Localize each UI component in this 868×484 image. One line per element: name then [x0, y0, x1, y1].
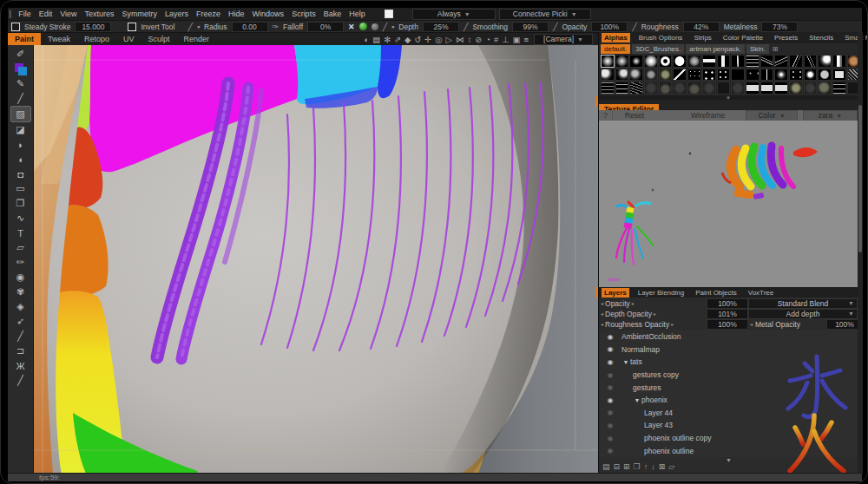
alpha-brush-flat[interactable] [804, 82, 818, 95]
layer-opacity-value[interactable]: 100% [707, 298, 748, 309]
layer-visibility-eye-icon[interactable]: ◉ [606, 371, 615, 379]
alpha-brush-rect[interactable] [760, 82, 774, 95]
opacity-value[interactable]: 100% [591, 22, 628, 32]
alpha-brush-vbar[interactable] [717, 55, 731, 68]
menu-item-layers[interactable]: Layers [165, 10, 188, 18]
menu-item-help[interactable]: Help [349, 10, 365, 18]
layer-visibility-eye-icon[interactable]: ◉ [606, 333, 615, 341]
move-layer-up-icon[interactable]: ↑ [644, 462, 648, 471]
texture-editor-canvas[interactable] [599, 121, 858, 287]
alpha-brush-diamond[interactable] [804, 69, 818, 82]
spinner-right-icon[interactable]: ▸ [632, 300, 635, 306]
steady-stroke-value[interactable]: 15.000 [75, 22, 111, 32]
drop-icon[interactable]: ◆ [404, 35, 411, 44]
menu-item-bake[interactable]: Bake [324, 10, 342, 18]
add-layer-icon[interactable]: ⊞ [623, 462, 630, 471]
channel-dropdown[interactable]: Color ▼ [746, 110, 798, 121]
panel-tab-strips[interactable]: Strips [691, 33, 713, 43]
menu-item-view[interactable]: View [60, 10, 76, 18]
layer-expander-icon[interactable]: ▼ [633, 397, 641, 403]
alpha-brush-flat[interactable] [644, 82, 658, 95]
wand-icon[interactable]: ➶ [11, 314, 30, 329]
alpha-brush-flat[interactable] [731, 82, 745, 95]
duplicate-layer-icon[interactable]: ❐ [634, 462, 641, 471]
lock-icon[interactable]: ▪ [197, 23, 200, 31]
rotate-icon[interactable]: ↺ [414, 35, 421, 44]
pen-pressure-icon[interactable]: ╱ [632, 23, 636, 31]
pen-pressure-icon[interactable]: ╱ [383, 23, 387, 31]
no-snap-icon[interactable]: ⊘ [475, 35, 482, 44]
alpha-brush-splat[interactable] [702, 69, 716, 82]
layer-row-layer-43[interactable]: ◉Layer 43 [599, 419, 862, 432]
alpha-brush-hbar[interactable] [702, 55, 716, 68]
shade-icon[interactable]: ◔ [485, 35, 490, 44]
layers-tab-voxtree[interactable]: VoxTree [746, 288, 777, 298]
alpha-brush-dots2[interactable] [731, 69, 745, 82]
panel-tab-stencils[interactable]: Stencils [806, 33, 836, 43]
eye-icon[interactable]: ◉ [11, 270, 30, 285]
symmetry-butterfly-icon[interactable]: Ж [11, 358, 30, 373]
spinner-right-icon[interactable]: ▸ [671, 321, 674, 327]
viewport-3d-canvas[interactable] [34, 45, 598, 474]
panel-tab-alphas[interactable]: Alphas [602, 33, 630, 43]
always-dropdown[interactable]: Always ▼ [412, 9, 496, 20]
layer-folder-icon[interactable]: ▱ [668, 462, 674, 471]
menu-item-scripts[interactable]: Scripts [292, 10, 316, 18]
flower-icon[interactable]: ✾ [11, 285, 30, 299]
panel-tab-brush-options[interactable]: Brush Options [636, 33, 686, 43]
lock-icon[interactable]: ▪ [391, 23, 394, 31]
falloff-value[interactable]: 0% [307, 22, 344, 32]
image-icon[interactable]: ▤ [372, 35, 380, 44]
layer-row-normalmap[interactable]: ◉Normalmap [599, 343, 862, 356]
alpha-brush-flat[interactable] [702, 82, 716, 95]
room-tab-retopo[interactable]: Retopo [77, 33, 116, 45]
alpha-brush-half2[interactable] [615, 69, 629, 82]
alpha-brush-rect[interactable] [746, 82, 760, 95]
panel-tab-presets[interactable]: Presets [772, 33, 800, 43]
spinner-left-icon[interactable]: ◂ [601, 311, 603, 317]
layers-tab-layers[interactable]: Layers [602, 288, 629, 298]
falloff-curve-icon[interactable]: ✕ [348, 23, 355, 31]
alpha-brush-ring[interactable] [659, 55, 673, 68]
move-icon[interactable]: ✛ [424, 35, 431, 44]
layer-visibility-eye-icon[interactable]: ◉ [606, 422, 615, 429]
copy-icon[interactable]: ❐ [11, 196, 30, 211]
alpha-brush-wave[interactable] [832, 82, 846, 95]
layer-row-layer-44[interactable]: ◉Layer 44 [599, 407, 862, 420]
grid-view-icon[interactable]: ⊞ [773, 45, 779, 53]
transform-icon[interactable]: ▭ [11, 181, 30, 196]
pencil2-icon[interactable]: ✏ [11, 255, 30, 270]
ink-brush-icon[interactable]: ◪ [11, 122, 30, 137]
room-tab-paint[interactable]: Paint [8, 33, 41, 45]
spinner-right-icon[interactable]: ▸ [654, 311, 656, 317]
steady-stroke-checkbox[interactable] [11, 23, 20, 31]
layer-visibility-eye-icon[interactable]: ◉ [606, 435, 615, 442]
alpha-brush-scratch[interactable] [760, 55, 774, 68]
diamond-icon[interactable]: ◈ [11, 299, 30, 314]
alpha-brush-button[interactable] [818, 69, 832, 82]
stamp-icon[interactable]: ◘ [11, 167, 30, 181]
airbrush-icon[interactable]: ╱ [11, 91, 30, 106]
color-picker-swatches[interactable] [11, 62, 30, 76]
spinner-left-icon[interactable]: ◂ [750, 321, 753, 327]
room-tab-sculpt[interactable]: Sculpt [141, 33, 177, 45]
textured-brush-icon[interactable]: ▨ [10, 106, 31, 122]
alpha-brush-twig[interactable] [789, 55, 803, 68]
alpha-brush-rect[interactable] [774, 82, 788, 95]
layer-row-ambientocclusion[interactable]: ◉AmbientOcclusion [599, 330, 862, 343]
alpha-brush-dots[interactable] [687, 69, 701, 82]
pen-pressure-icon[interactable]: ╱ [553, 23, 557, 31]
alpha-brush-scratch2[interactable] [774, 55, 788, 68]
alpha-brush-wave[interactable] [615, 82, 629, 95]
menu-item-freeze[interactable]: Freeze [196, 10, 220, 18]
object-dropdown[interactable]: zara ▼ [803, 110, 858, 121]
alpha-group-default[interactable]: default. [601, 44, 630, 54]
pen-pressure-icon[interactable]: ╱ [464, 23, 468, 31]
new-layer-icon[interactable]: ▤ [602, 462, 610, 471]
alpha-brush-patch[interactable] [789, 82, 803, 95]
panel-scrollbar[interactable] [858, 32, 863, 474]
alpha-brush-burst[interactable] [774, 69, 788, 82]
list-icon[interactable]: ≡ [523, 35, 529, 44]
fold-icon[interactable]: ⊐ [11, 343, 30, 358]
pan-icon[interactable]: ↕ [467, 35, 471, 44]
